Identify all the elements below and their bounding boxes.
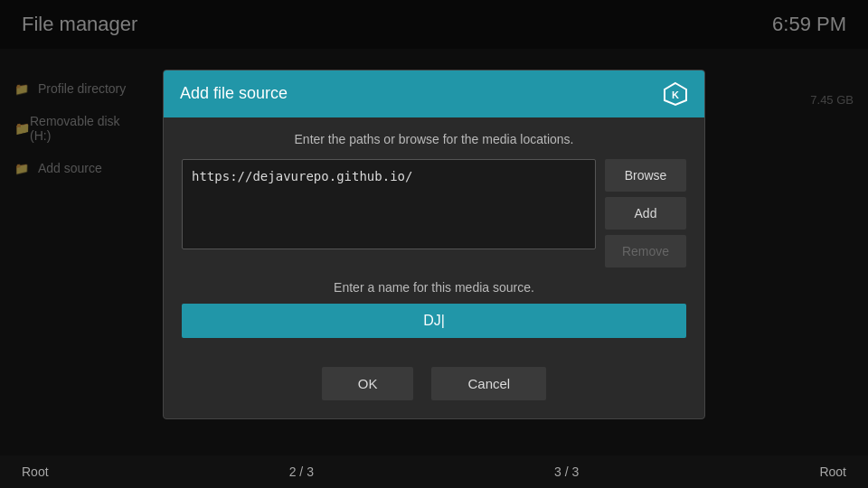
footer-left: Root (22, 465, 49, 479)
footer-center-left: 2 / 3 (289, 465, 314, 479)
dialog-title: Add file source (180, 84, 288, 103)
dialog-header: Add file source K (164, 70, 704, 117)
add-button[interactable]: Add (605, 197, 686, 230)
dialog-overlay: Add file source K Enter the paths or bro… (0, 0, 868, 488)
footer: Root 2 / 3 3 / 3 Root (0, 455, 868, 488)
footer-right: Root (819, 465, 846, 479)
dialog-footer: OK Cancel (164, 352, 704, 418)
dialog-body: Enter the paths or browse for the media … (164, 117, 704, 352)
path-input[interactable] (182, 159, 596, 249)
ok-button[interactable]: OK (322, 367, 414, 400)
media-source-name-input[interactable] (182, 304, 686, 338)
cancel-button[interactable]: Cancel (431, 367, 546, 400)
kodi-logo-icon: K (663, 81, 688, 107)
remove-button[interactable]: Remove (605, 235, 686, 267)
footer-center-right: 3 / 3 (554, 465, 579, 479)
name-label: Enter a name for this media source. (182, 280, 686, 295)
dialog-path-instruction: Enter the paths or browse for the media … (182, 132, 686, 146)
path-row: Browse Add Remove (182, 159, 686, 267)
path-buttons: Browse Add Remove (605, 159, 686, 267)
svg-text:K: K (672, 89, 679, 100)
browse-button[interactable]: Browse (605, 159, 686, 192)
add-file-source-dialog: Add file source K Enter the paths or bro… (163, 70, 705, 419)
